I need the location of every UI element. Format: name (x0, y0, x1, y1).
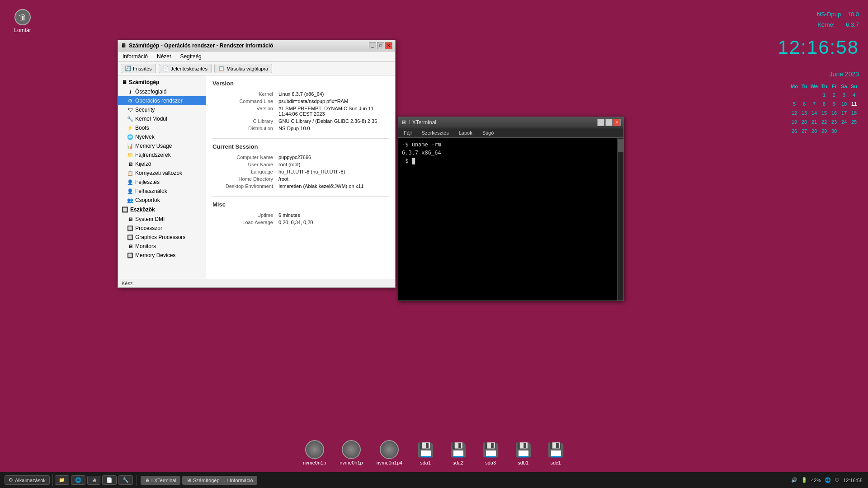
sidebar-item-kernel[interactable]: 🔧 Kernel Modul (118, 114, 206, 123)
nyelvek-icon: 🌐 (127, 134, 133, 140)
graphics-icon: 🔲 (127, 234, 133, 240)
minimize-button[interactable]: _ (369, 42, 376, 49)
sidebar-group-computer: 🖥 Számítógép (118, 77, 206, 87)
taskbar-icon-2[interactable]: 🌐 (71, 475, 85, 485)
window-controls: _ □ ✕ (369, 42, 392, 49)
monitors-icon: 🖥 (127, 243, 133, 249)
taskbar-icon-files: 📁 (59, 477, 65, 483)
terminal-menu-szerkesztes[interactable]: Szerkesztés (420, 129, 451, 136)
menu-segitseg[interactable]: Segítség (178, 52, 203, 61)
main-menubar: Információ Nézet Segítség (118, 52, 395, 62)
sidebar-group-eszkozok: 🔲 Eszközök (118, 205, 206, 215)
drive-label: nvme0n1p (303, 460, 326, 465)
terminal-scrollbar[interactable] (617, 138, 623, 300)
drive-nvme0n1p2[interactable]: nvme0n1p (340, 440, 363, 465)
section-divider-1 (212, 138, 389, 139)
menu-informacio[interactable]: Információ (121, 52, 150, 61)
table-row: Kernel Linux 6.3.7 (x86_64) (212, 90, 389, 98)
taskbar-terminal-window[interactable]: 🖥 LXTerminal (141, 476, 180, 485)
taskbar: ⚙ Alkalmazások 📁 🌐 🖥 📄 🔧 🖥 LXTerminal 🖥 … (0, 472, 868, 488)
terminal-body[interactable]: -$ uname -rm 6.3.7 x86_64 -$ (398, 138, 623, 300)
taskbar-icon-terminal: 🖥 (91, 478, 96, 483)
drive-icons-area: nvme0n1p nvme0n1p nvme0n1p4 💾 sda1 💾 sda… (0, 440, 868, 465)
maximize-button[interactable]: □ (377, 42, 384, 49)
terminal-menu-lapok[interactable]: Lapok (457, 129, 474, 136)
taskbar-icon-4-img: 📄 (106, 477, 113, 483)
taskbar-time: 12:16:58 (843, 478, 863, 483)
lomtar-icon: 🗑 (14, 9, 31, 25)
sidebar-item-graphics[interactable]: 🔲 Graphics Processors (118, 233, 206, 242)
drive-sdc1[interactable]: 💾 sdc1 (546, 440, 565, 465)
sidebar-item-kornyezeti[interactable]: 📋 Környezeti változók (118, 169, 206, 178)
table-row: Command Line psubdir=data/nsdpup pfix=RA… (212, 98, 389, 105)
os-icon: ⚙ (127, 98, 133, 104)
taskbar-right: 🔊 🔋 42% 🌐 🛡 12:16:58 (791, 477, 866, 483)
table-row: Language hu_HU.UTF-8 (hu_HU.UTF-8) (212, 168, 389, 175)
clock-display: 12:16:58 (778, 30, 859, 65)
sidebar-item-osszefoglalo[interactable]: ℹ Összefoglaló (118, 87, 206, 96)
table-row: User Name root (root) (212, 161, 389, 168)
system-info-panel: NS-Dpup 10.0 Kernel 6.3.7 12:16:58 June … (778, 9, 859, 136)
refresh-icon: 🔄 (125, 66, 131, 71)
menu-nezet[interactable]: Nézet (155, 52, 173, 61)
taskbar-icon-3[interactable]: 🖥 (87, 476, 100, 485)
drive-nvme0n1p[interactable]: nvme0n1p (303, 440, 326, 465)
calendar-table: MoTuWeThFrSaSu 1234 567891011 1213141516… (789, 82, 859, 136)
terminal-menu-sugo[interactable]: Súgó (481, 129, 496, 136)
sidebar-item-nyelvek[interactable]: 🌐 Nyelvek (118, 132, 206, 141)
sidebar-item-csoportok[interactable]: 👥 Csoportok (118, 196, 206, 205)
copy-button[interactable]: 📋 Másolás vágólapra (214, 64, 272, 73)
volume-icon[interactable]: 🔊 (791, 477, 797, 483)
main-toolbar: 🔄 Frissítés 📄 Jelentéskészítés 📋 Másolás… (118, 62, 395, 75)
sidebar-item-memory-devices[interactable]: 🔲 Memory Devices (118, 251, 206, 260)
refresh-button[interactable]: 🔄 Frissítés (121, 64, 156, 73)
misc-table: Uptime 6 minutes Load Average 0,20, 0,34… (212, 211, 389, 226)
nvme-drive-icon-3 (380, 440, 399, 459)
felhasznalok-icon: 👤 (127, 188, 133, 194)
sidebar-item-system-dmi[interactable]: 🖥 System DMI (118, 215, 206, 224)
sidebar-item-monitors[interactable]: 🖥 Monitors (118, 242, 206, 251)
sidebar-item-processzor[interactable]: 🔲 Processzor (118, 224, 206, 233)
drive-sda3[interactable]: 💾 sda3 (481, 440, 500, 465)
drive-nvme0n1p4[interactable]: nvme0n1p4 (377, 440, 403, 465)
apps-icon: ⚙ (9, 477, 13, 483)
sidebar-item-os[interactable]: ⚙ Operációs rendszer (118, 96, 206, 105)
sidebar-item-fajlrendszerek[interactable]: 📁 Fájlrendszerek (118, 150, 206, 160)
sidebar-item-boots[interactable]: ⚡ Boots (118, 123, 206, 132)
terminal-minimize-button[interactable]: _ (597, 119, 604, 126)
table-row: Home Directory /root (212, 175, 389, 183)
taskbar-separator (137, 475, 137, 486)
taskbar-icon-5[interactable]: 🔧 (118, 475, 133, 485)
drive-sda1[interactable]: 💾 sda1 (416, 440, 435, 465)
version-section-title: Version (212, 80, 389, 87)
drive-sda2[interactable]: 💾 sda2 (448, 440, 467, 465)
report-button[interactable]: 📄 Jelentéskészítés (159, 64, 212, 73)
taskbar-icon-1[interactable]: 📁 (55, 475, 69, 485)
sda3-icon: 💾 (481, 440, 500, 459)
taskbar-icon-4[interactable]: 📄 (102, 475, 117, 485)
kernel-icon: 🔧 (127, 116, 133, 122)
terminal-maximize-button[interactable]: □ (605, 119, 613, 126)
desktop-icon-lomtar[interactable]: 🗑 Lomtár (9, 9, 36, 33)
eszkozok-group-icon: 🔲 (122, 206, 128, 213)
nvme-drive-icon-1 (305, 440, 324, 459)
sidebar-item-security[interactable]: 🛡 Security (118, 105, 206, 114)
table-row: Version #1 SMP PREEMPT_DYNAMIC Sun Jun 1… (212, 105, 389, 117)
terminal-line: -$ uname -rm (402, 141, 620, 149)
version-table: Kernel Linux 6.3.7 (x86_64) Command Line… (212, 90, 389, 132)
terminal-close-button[interactable]: ✕ (613, 119, 621, 126)
sidebar-item-kijelzo[interactable]: 🖥 Kijelző (118, 160, 206, 169)
main-window-title: Számítógép - Operációs rendszer - Rendsz… (129, 42, 273, 49)
security-icon: 🛡 (127, 107, 133, 113)
sidebar-item-fejlesztes[interactable]: 👤 Fejlesztés (118, 178, 206, 187)
terminal-menu-fajl[interactable]: Fájl (402, 129, 414, 136)
sidebar-item-felhasznalok[interactable]: 👤 Felhasználók (118, 187, 206, 196)
boots-icon: ⚡ (127, 125, 133, 131)
drive-sdb1[interactable]: 💾 sdb1 (514, 440, 533, 465)
fajlrendszerek-icon: 📁 (127, 152, 133, 158)
close-button[interactable]: ✕ (385, 42, 392, 49)
sidebar-item-memory-usage[interactable]: 📊 Memory Usage (118, 141, 206, 150)
apps-button[interactable]: ⚙ Alkalmazások (5, 475, 50, 485)
drive-label: sda2 (453, 460, 463, 465)
taskbar-main-window[interactable]: 🖥 Számítógép-... r Információ (182, 476, 257, 485)
